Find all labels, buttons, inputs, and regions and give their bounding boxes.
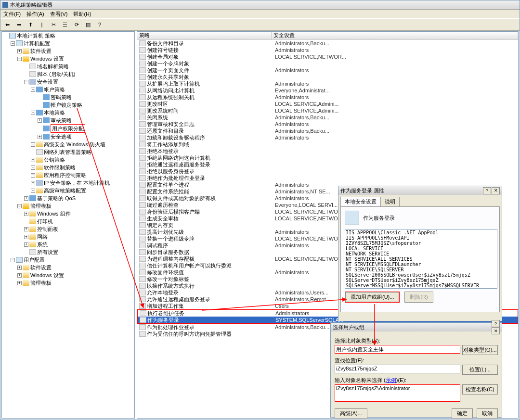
up-icon[interactable]: ⬆ bbox=[26, 20, 35, 29]
expand-toggle[interactable] bbox=[38, 103, 42, 107]
tree-label[interactable]: 基于策略的 QoS bbox=[37, 194, 76, 202]
tree-label[interactable]: 用户权限分配 bbox=[51, 124, 85, 133]
list-row[interactable]: 拒绝通过远程桌面服务登录 bbox=[137, 161, 518, 168]
refresh-icon[interactable]: ⟳ bbox=[72, 20, 81, 29]
forward-icon[interactable]: ➡ bbox=[14, 20, 24, 29]
tree-label[interactable]: Windows 设置 bbox=[30, 55, 64, 63]
expand-toggle[interactable] bbox=[4, 34, 8, 38]
tree-label[interactable]: 域名解析策略 bbox=[37, 63, 69, 70]
expand-toggle[interactable] bbox=[31, 150, 35, 154]
close-button[interactable]: ✕ bbox=[492, 187, 500, 194]
member-item[interactable]: NETWORK SERVICE bbox=[346, 251, 496, 256]
menu-help[interactable]: 帮助(H) bbox=[73, 11, 91, 18]
expand-toggle[interactable]: + bbox=[31, 181, 35, 185]
tree-label[interactable]: 管理模板 bbox=[30, 279, 52, 287]
help-button[interactable]: ? bbox=[483, 187, 491, 194]
tree-label[interactable]: 应用程序控制策略 bbox=[44, 171, 86, 179]
advanced-button[interactable]: 高级(A)... bbox=[335, 408, 367, 419]
tree-label[interactable]: 高级安全 Windows 防火墙 bbox=[44, 140, 105, 148]
tree-label[interactable]: 网络 bbox=[37, 233, 48, 241]
list-row[interactable]: 拒绝从网络访问这台计算机 bbox=[137, 154, 518, 161]
expand-toggle[interactable] bbox=[38, 95, 42, 100]
export-icon[interactable]: ▤ bbox=[83, 20, 93, 29]
back-icon[interactable]: ⬅ bbox=[2, 20, 12, 29]
expand-toggle[interactable]: + bbox=[17, 281, 22, 285]
member-item[interactable]: SQLServerMSSQLUser$iZvy8sz175mjqsZ$MSSQL… bbox=[346, 283, 496, 288]
list-row[interactable]: 从网络访问此计算机Everyone,Administrat... bbox=[137, 87, 518, 94]
member-item[interactable]: LOCAL SERVICE bbox=[346, 246, 496, 251]
tree-label[interactable]: 软件设置 bbox=[30, 47, 52, 55]
menu-file[interactable]: 文件(F) bbox=[3, 11, 21, 18]
list-row[interactable]: 还原文件和目录Administrators,Backu... bbox=[137, 127, 518, 134]
member-item[interactable]: IIS APPPOOL\Classic .NET AppPool bbox=[346, 230, 496, 235]
expand-toggle[interactable]: + bbox=[24, 212, 28, 216]
add-user-button[interactable]: 添加用户或组(U)... bbox=[345, 292, 399, 302]
expand-toggle[interactable] bbox=[24, 250, 28, 255]
example-link[interactable]: 示例 bbox=[386, 377, 396, 383]
tree-label[interactable]: 密码策略 bbox=[51, 93, 72, 101]
tab-local-security[interactable]: 本地安全设置 bbox=[340, 197, 381, 206]
list-row[interactable]: 从扩展坞上取下计算机Administrators bbox=[137, 80, 518, 87]
tree-label[interactable]: 本地计算机 策略 bbox=[17, 32, 55, 39]
member-item[interactable]: NT SERVICE\SQLSERVER bbox=[346, 267, 496, 272]
expand-toggle[interactable]: + bbox=[31, 158, 35, 162]
tree-label[interactable]: 用户配置 bbox=[24, 256, 45, 264]
expand-toggle[interactable]: + bbox=[24, 227, 28, 231]
tree-pane[interactable]: 本地计算机 策略−计算机配置+软件设置−Windows 设置域名解析策略脚本 (… bbox=[1, 31, 135, 419]
tree-label[interactable]: 打印机 bbox=[37, 217, 53, 225]
expand-toggle[interactable]: + bbox=[17, 49, 22, 53]
expand-toggle[interactable]: + bbox=[31, 165, 35, 170]
expand-toggle[interactable]: + bbox=[31, 189, 35, 193]
expand-toggle[interactable]: + bbox=[31, 142, 35, 147]
expand-toggle[interactable]: − bbox=[24, 80, 28, 84]
member-item[interactable]: NT SERVICE\ALL SERVICES bbox=[346, 256, 496, 262]
expand-toggle[interactable] bbox=[24, 219, 28, 224]
member-item[interactable]: IIS APPPOOL\SFMoveIAPI bbox=[346, 235, 496, 241]
expand-toggle[interactable]: + bbox=[17, 273, 22, 278]
expand-toggle[interactable]: + bbox=[24, 235, 28, 239]
tree-label[interactable]: 所有设置 bbox=[37, 248, 58, 256]
object-types-button[interactable]: 对象类型(O)... bbox=[462, 345, 498, 355]
expand-toggle[interactable]: − bbox=[17, 57, 22, 61]
menu-action[interactable]: 操作(A) bbox=[26, 11, 44, 18]
tree-label[interactable]: Windows 设置 bbox=[30, 271, 64, 279]
expand-toggle[interactable] bbox=[24, 64, 28, 69]
ok-button[interactable]: 确定 bbox=[452, 408, 473, 419]
expand-toggle[interactable]: − bbox=[11, 41, 15, 46]
tree-label[interactable]: 安全选项 bbox=[51, 133, 72, 140]
tree-label[interactable]: 脚本 (启动/关机) bbox=[37, 70, 75, 78]
locations-button[interactable]: 位置(L)... bbox=[462, 365, 498, 375]
help-button[interactable]: ? bbox=[492, 320, 500, 327]
expand-toggle[interactable] bbox=[24, 72, 28, 76]
members-listbox[interactable]: IIS APPPOOL\Classic .NET AppPoolIIS APPP… bbox=[345, 229, 497, 289]
expand-toggle[interactable] bbox=[38, 127, 42, 131]
list-row[interactable]: 创建符号链接Administrators bbox=[137, 47, 518, 53]
list-row[interactable]: 更改时区LOCAL SERVICE,Admini... bbox=[137, 101, 518, 107]
list-row[interactable]: 拒绝以服务身份登录 bbox=[137, 168, 518, 175]
tree-label[interactable]: 高级审核策略配置 bbox=[44, 187, 86, 194]
expand-toggle[interactable]: + bbox=[24, 196, 28, 201]
tree-label[interactable]: IP 安全策略，在 本地计算机 bbox=[44, 179, 110, 187]
help-icon[interactable]: ? bbox=[95, 20, 104, 29]
expand-toggle[interactable]: + bbox=[24, 242, 28, 247]
cancel-button[interactable]: 取消 bbox=[477, 408, 498, 419]
tree-label[interactable]: 审核策略 bbox=[51, 116, 72, 124]
tree-label[interactable]: 软件设置 bbox=[30, 264, 52, 271]
list-row[interactable]: 创建一个页面文件Administrators bbox=[137, 67, 518, 74]
list-row[interactable]: 创建永久共享对象 bbox=[137, 74, 518, 80]
properties-icon[interactable]: ☰ bbox=[60, 20, 70, 29]
expand-toggle[interactable]: − bbox=[17, 204, 22, 208]
tree-label[interactable]: 网络列表管理器策略 bbox=[44, 148, 91, 156]
expand-toggle[interactable]: − bbox=[31, 111, 35, 115]
list-row[interactable]: 拒绝本地登录 bbox=[137, 148, 518, 154]
member-item[interactable]: IZVY8SZL75MJQSZ\sfoperator bbox=[346, 241, 496, 246]
list-row[interactable]: 创建全局对象LOCAL SERVICE,NETWOR... bbox=[137, 53, 518, 60]
list-row[interactable]: 更改系统时间LOCAL SERVICE,Admini... bbox=[137, 107, 518, 114]
col-policy[interactable]: 策略 bbox=[137, 32, 272, 39]
expand-toggle[interactable]: + bbox=[38, 118, 42, 123]
tree-label[interactable]: 管理模板 bbox=[30, 202, 52, 210]
tree-label[interactable]: 系统 bbox=[37, 241, 48, 248]
expand-toggle[interactable]: + bbox=[17, 266, 22, 270]
tab-description[interactable]: 说明 bbox=[380, 197, 400, 206]
member-item[interactable]: SQLServer2005SQLBrowserUser$iZvy8sz175mj… bbox=[346, 272, 496, 278]
